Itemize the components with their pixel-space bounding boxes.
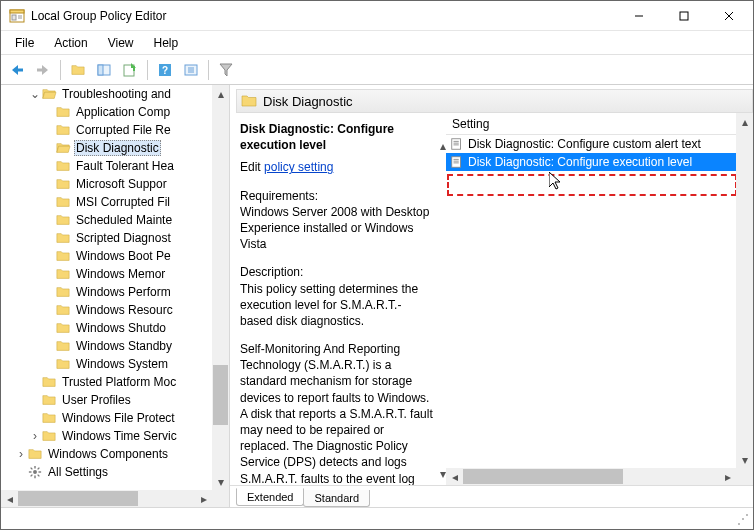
scroll-thumb[interactable] bbox=[463, 469, 623, 484]
svg-text:?: ? bbox=[162, 65, 168, 76]
gear-icon bbox=[27, 465, 43, 479]
toolbar-separator bbox=[60, 60, 61, 80]
tree-item[interactable]: Windows Memor bbox=[43, 265, 212, 283]
folder-open-icon bbox=[55, 141, 71, 155]
scroll-down-icon[interactable]: ▾ bbox=[736, 451, 753, 468]
annotation-highlight bbox=[447, 174, 736, 196]
list-item[interactable]: Disk Diagnostic: Configure custom alert … bbox=[446, 135, 736, 153]
export-button[interactable] bbox=[118, 58, 142, 82]
tree-item[interactable]: Trusted Platform Moc bbox=[29, 373, 212, 391]
scroll-corner bbox=[736, 468, 753, 485]
folder-icon bbox=[55, 195, 71, 209]
scroll-up-icon[interactable]: ▴ bbox=[736, 113, 753, 130]
chevron-right-icon[interactable]: › bbox=[15, 447, 27, 461]
view-tabs: Extended Standard bbox=[230, 485, 753, 507]
scroll-down-icon[interactable]: ▾ bbox=[212, 473, 229, 490]
description-text: This policy setting determines the execu… bbox=[240, 281, 434, 330]
tree-scrollbar-horizontal[interactable]: ◂ ▸ bbox=[1, 490, 212, 507]
folder-icon bbox=[27, 447, 43, 461]
menubar: File Action View Help bbox=[1, 31, 753, 55]
tree-item[interactable]: Microsoft Suppor bbox=[43, 175, 212, 193]
properties-button[interactable] bbox=[92, 58, 116, 82]
tree-scrollbar-vertical[interactable]: ▴ ▾ bbox=[212, 85, 229, 490]
tree-item[interactable]: Windows Standby bbox=[43, 337, 212, 355]
tree-item[interactable]: Windows System bbox=[43, 355, 212, 373]
folder-icon bbox=[55, 357, 71, 371]
tree-item[interactable]: Application Comp bbox=[43, 103, 212, 121]
folder-open-icon bbox=[41, 87, 57, 101]
tab-extended[interactable]: Extended bbox=[236, 488, 304, 506]
show-hide-tree-button[interactable] bbox=[66, 58, 90, 82]
settings-list: Setting Disk Diagnostic: Configure custo… bbox=[446, 113, 753, 485]
folder-icon bbox=[241, 93, 257, 109]
tree[interactable]: ⌄ Troubleshooting and Application Comp C… bbox=[1, 85, 212, 490]
folder-icon bbox=[55, 339, 71, 353]
description-text-2: Self-Monitoring And Reporting Technology… bbox=[240, 341, 434, 485]
tab-standard[interactable]: Standard bbox=[303, 490, 370, 507]
close-button[interactable] bbox=[706, 2, 751, 30]
forward-button[interactable] bbox=[31, 58, 55, 82]
column-header-setting[interactable]: Setting bbox=[446, 113, 753, 135]
folder-icon bbox=[55, 267, 71, 281]
refresh-button[interactable] bbox=[179, 58, 203, 82]
folder-icon bbox=[55, 105, 71, 119]
tree-item[interactable]: Scripted Diagnost bbox=[43, 229, 212, 247]
tree-item[interactable]: Windows Resourc bbox=[43, 301, 212, 319]
minimize-button[interactable] bbox=[616, 2, 661, 30]
list-scrollbar-horizontal[interactable]: ◂ ▸ bbox=[446, 468, 736, 485]
tree-item[interactable]: User Profiles bbox=[29, 391, 212, 409]
resize-grip-icon[interactable]: ⋰ bbox=[737, 512, 753, 526]
folder-icon bbox=[55, 249, 71, 263]
tree-node-windows-components[interactable]: › Windows Components bbox=[15, 445, 212, 463]
content-header: Disk Diagnostic bbox=[236, 89, 753, 113]
scroll-left-icon[interactable]: ◂ bbox=[446, 468, 463, 485]
tree-item[interactable]: Scheduled Mainte bbox=[43, 211, 212, 229]
tree-item[interactable]: Disk Diagnostic bbox=[43, 139, 212, 157]
tree-item[interactable]: Windows Shutdo bbox=[43, 319, 212, 337]
svg-rect-23 bbox=[37, 68, 43, 71]
folder-icon bbox=[41, 375, 57, 389]
maximize-button[interactable] bbox=[661, 2, 706, 30]
tree-item[interactable]: › Windows Time Servic bbox=[29, 427, 212, 445]
policy-icon bbox=[450, 137, 464, 151]
scroll-thumb[interactable] bbox=[213, 365, 228, 425]
statusbar: ⋰ bbox=[1, 507, 753, 529]
list-item-selected[interactable]: Disk Diagnostic: Configure execution lev… bbox=[446, 153, 736, 171]
chevron-down-icon[interactable]: ⌄ bbox=[29, 87, 41, 101]
folder-icon bbox=[55, 285, 71, 299]
menu-view[interactable]: View bbox=[100, 34, 142, 52]
help-button[interactable]: ? bbox=[153, 58, 177, 82]
app-icon bbox=[9, 8, 25, 24]
app-window: Local Group Policy Editor File Action Vi… bbox=[0, 0, 754, 530]
folder-icon bbox=[55, 321, 71, 335]
tree-item[interactable]: MSI Corrupted Fil bbox=[43, 193, 212, 211]
filter-button[interactable] bbox=[214, 58, 238, 82]
window-title: Local Group Policy Editor bbox=[31, 9, 616, 23]
tree-item[interactable]: Corrupted File Re bbox=[43, 121, 212, 139]
menu-action[interactable]: Action bbox=[46, 34, 95, 52]
tree-item[interactable]: Windows Perform bbox=[43, 283, 212, 301]
menu-file[interactable]: File bbox=[7, 34, 42, 52]
tree-item[interactable]: Windows File Protect bbox=[29, 409, 212, 427]
scroll-thumb[interactable] bbox=[18, 491, 138, 506]
chevron-right-icon[interactable]: › bbox=[29, 429, 41, 443]
scroll-right-icon[interactable]: ▸ bbox=[719, 468, 736, 485]
back-button[interactable] bbox=[5, 58, 29, 82]
tree-item[interactable]: Windows Boot Pe bbox=[43, 247, 212, 265]
tree-node-all-settings[interactable]: All Settings bbox=[15, 463, 212, 481]
content-title: Disk Diagnostic bbox=[263, 94, 353, 109]
toolbar-separator bbox=[208, 60, 209, 80]
list-scrollbar-vertical[interactable]: ▴ ▾ bbox=[736, 113, 753, 468]
folder-icon bbox=[55, 123, 71, 137]
scroll-left-icon[interactable]: ◂ bbox=[1, 490, 18, 507]
scroll-right-icon[interactable]: ▸ bbox=[195, 490, 212, 507]
tree-node-troubleshooting[interactable]: ⌄ Troubleshooting and bbox=[29, 85, 212, 103]
svg-rect-25 bbox=[98, 65, 103, 75]
scroll-corner bbox=[212, 490, 229, 507]
tree-item[interactable]: Fault Tolerant Hea bbox=[43, 157, 212, 175]
scroll-up-icon[interactable]: ▴ bbox=[212, 85, 229, 102]
menu-help[interactable]: Help bbox=[146, 34, 187, 52]
requirements-label: Requirements: bbox=[240, 188, 434, 204]
edit-policy-link[interactable]: policy setting bbox=[264, 160, 333, 174]
folder-icon bbox=[41, 429, 57, 443]
